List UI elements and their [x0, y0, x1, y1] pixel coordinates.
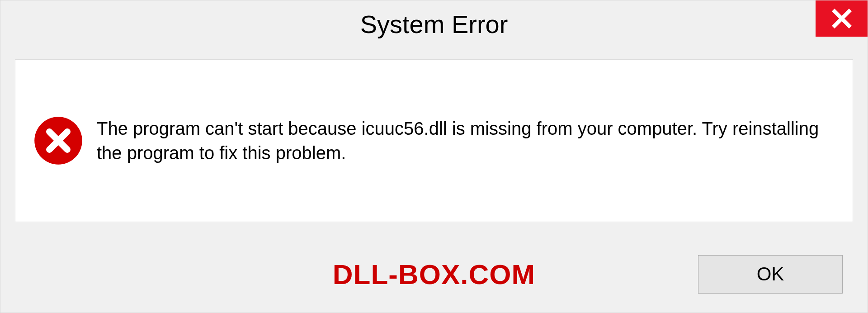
- system-error-dialog: System Error The program can't start bec…: [0, 0, 868, 313]
- ok-button[interactable]: OK: [698, 255, 843, 294]
- content-panel: The program can't start because icuuc56.…: [15, 59, 853, 222]
- error-message: The program can't start because icuuc56.…: [97, 116, 839, 165]
- dialog-title: System Error: [360, 9, 508, 39]
- titlebar: System Error: [0, 0, 868, 48]
- close-button[interactable]: [816, 0, 868, 37]
- footer: DLL-BOX.COM OK: [0, 236, 868, 313]
- watermark-text: DLL-BOX.COM: [333, 258, 535, 290]
- close-icon: [831, 8, 853, 29]
- error-icon: [33, 116, 83, 166]
